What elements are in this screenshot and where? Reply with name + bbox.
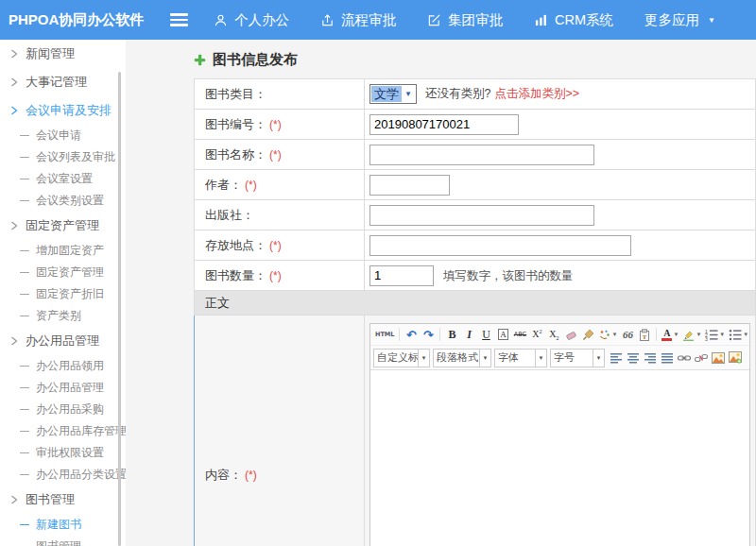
align-center-button[interactable] [626,350,641,367]
author-input[interactable] [369,175,450,196]
sidebar-child-item[interactable]: 办公用品库存管理 [0,420,126,442]
caret-down-icon: ▼ [696,332,701,337]
sidebar-parent-item[interactable]: 图书管理 [0,486,126,514]
sidebar-child-item[interactable]: 办公用品分类设置 [0,464,126,486]
sidebar-parent-item[interactable]: 会议申请及安排 [0,96,126,125]
hamburger-menu-icon[interactable] [170,13,188,26]
strikethrough-button[interactable]: ABC [512,326,527,343]
category-select[interactable]: 文学▼ [369,84,417,104]
topnav-item-label: 更多应用 [644,11,699,29]
paste-button[interactable]: T [637,326,652,343]
topnav-item-3[interactable]: 集团审批 [427,11,503,29]
align-right-button[interactable] [643,350,658,367]
caret-down-icon: ▼ [535,350,546,367]
sidebar-parent-item[interactable]: 大事记管理 [0,68,126,96]
sidebar-child-item[interactable]: 资产类别 [0,305,126,327]
sidebar-child-label: 办公用品分类设置 [36,467,126,483]
sidebar-child-item[interactable]: 会议室设置 [0,168,126,190]
location-input[interactable] [369,235,631,256]
editor-select-1[interactable]: 自定义标题▼ [373,349,430,367]
sidebar-child-item[interactable]: 会议类别设置 [0,190,126,212]
sidebar-child-label: 固定资产管理 [36,264,104,281]
sidebar-child-item[interactable]: 审批权限设置 [0,442,126,464]
font-color-button[interactable]: A▼ [661,326,679,343]
add-category-link[interactable]: 点击添加类别>> [494,87,579,100]
image-button[interactable] [711,350,726,367]
sidebar-child-item[interactable]: 会议申请 [0,125,126,146]
topnav-item-label: 个人办公 [234,11,289,29]
editor-content[interactable] [370,370,749,546]
blockquote-button[interactable]: 66 [620,326,635,343]
topnav-item-4[interactable]: CRM系统 [534,11,613,29]
field-label: 出版社： [205,208,254,222]
format-brush-button[interactable] [580,326,595,343]
unordered-list-button[interactable]: ▼ [728,326,749,343]
required-mark: (*) [269,148,282,162]
link-button[interactable] [677,350,692,367]
plus-icon [194,54,206,66]
topnav-item-1[interactable]: 个人办公 [214,11,289,29]
edit-square-icon [427,13,441,27]
ordered-list-button[interactable]: 123▼ [704,326,726,343]
page-title-text: 图书信息发布 [213,51,298,69]
editor-select-2[interactable]: 段落格式▼ [433,349,491,367]
editor-select-4[interactable]: 字号▼ [550,349,605,367]
topnav-item-5[interactable]: 更多应用▼ [644,11,715,29]
redo-button[interactable]: ↷ [421,326,436,343]
sidebar-child-item[interactable]: 新建图书 [0,514,126,536]
dash-icon [20,272,29,273]
sidebar-child-item[interactable]: 办公用品采购 [0,399,126,420]
field-label: 图书名称： [205,147,266,162]
field-label: 内容： [205,468,242,482]
page-title: 图书信息发布 [194,49,756,70]
dash-icon [20,366,29,367]
sidebar-child-item[interactable]: 固定资产折旧 [0,283,126,305]
superscript-button[interactable]: X2 [529,326,544,343]
unlink-button[interactable] [694,350,709,367]
eraser-button[interactable] [563,326,578,343]
form-row: 图书名称：(*) [195,140,756,170]
sidebar-scrollbar[interactable] [118,72,121,546]
dash-icon [20,316,29,316]
sidebar-child-item[interactable]: 办公用品领用 [0,355,126,377]
sidebar-child-label: 办公用品管理 [36,380,104,396]
topnav-item-2[interactable]: 流程审批 [320,11,396,29]
sidebar-child-label: 会议申请 [36,128,81,144]
editor-select-3[interactable]: 字体▼ [494,349,547,367]
publisher-input[interactable] [369,205,594,226]
sidebar-child-item[interactable]: 增加固定资产 [0,240,126,262]
align-left-button[interactable] [609,350,624,367]
underline-button[interactable]: U [478,326,493,343]
dash-icon [20,294,29,295]
quantity-input[interactable] [369,265,434,286]
sidebar-parent-item[interactable]: 办公用品管理 [0,327,126,355]
sidebar-child-item[interactable]: 办公用品管理 [0,377,126,399]
image-add-button[interactable] [728,350,743,367]
sidebar-parent-item[interactable]: 新闻管理 [0,40,126,68]
sidebar-child-item[interactable]: 图书管理 [0,536,126,546]
editor-select-label: 字体 [495,350,535,365]
sidebar-child-item[interactable]: 会议列表及审批 [0,146,126,168]
italic-button[interactable]: I [461,326,476,343]
dash-icon [20,200,29,201]
dash-icon [20,452,29,453]
section-header-row: 正文 [195,291,756,316]
html-source-button[interactable]: HTML [374,326,395,343]
sidebar-parent-item[interactable]: 固定资产管理 [0,212,126,240]
book-name-input[interactable] [369,145,594,165]
sidebar-child-label: 新建图书 [36,517,81,533]
form-row: 图书数量：(*)填写数字，该图书的数量 [195,261,756,291]
sidebar-menu: 新闻管理大事记管理会议申请及安排会议申请会议列表及审批会议室设置会议类别设置固定… [0,40,126,546]
sidebar-child-item[interactable]: 固定资产管理 [0,262,126,283]
undo-button[interactable]: ↶ [404,326,419,343]
caret-down-icon: ▼ [418,350,429,367]
align-justify-button[interactable] [660,350,675,367]
font-border-button[interactable]: A [495,326,510,343]
highlight-button[interactable]: ▼ [681,326,702,343]
form-row: 图书类目：文学▼还没有类别?点击添加类别>> [195,79,756,110]
dash-icon [20,179,29,179]
paint-button[interactable]: ▼ [597,326,618,343]
bold-button[interactable]: B [444,326,459,343]
book-code-input[interactable] [369,114,519,135]
subscript-button[interactable]: X2 [546,326,561,343]
